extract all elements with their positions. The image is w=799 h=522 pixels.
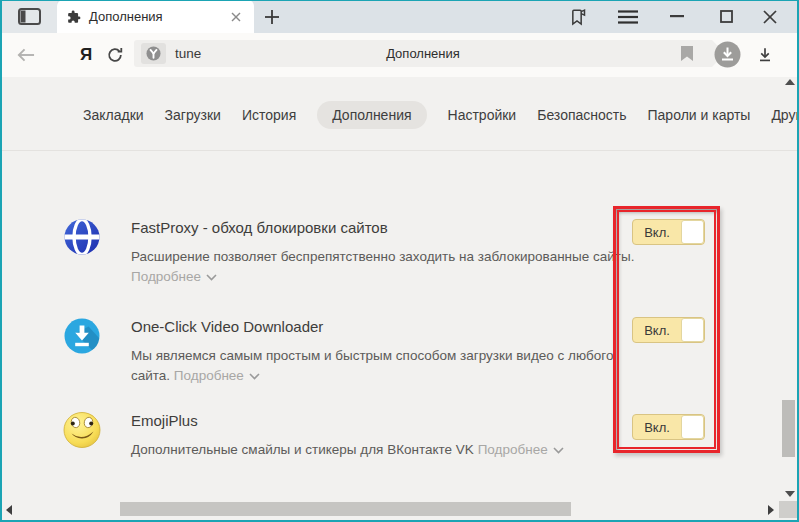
bookmark-icon[interactable]	[681, 46, 693, 65]
video-download-icon	[63, 317, 101, 355]
page-title: Дополнения	[134, 46, 712, 61]
settings-page: Закладки Загрузки История Дополнения Нас…	[0, 77, 799, 520]
close-icon	[763, 10, 777, 24]
settings-nav: Закладки Загрузки История Дополнения Нас…	[83, 100, 799, 130]
nav-tab-bookmarks[interactable]: Закладки	[83, 101, 144, 129]
nav-tab-other[interactable]: Други	[771, 101, 799, 129]
extension-description: Расширение позволяет беспрепятственно за…	[131, 247, 645, 287]
extension-name: One-Click Video Downloader	[131, 318, 645, 336]
tab-title: Дополнения	[89, 9, 228, 24]
more-link[interactable]: Подробнее	[478, 442, 564, 457]
minimize-icon	[670, 15, 684, 18]
plus-icon	[264, 9, 280, 25]
back-arrow-icon	[16, 47, 35, 63]
yandex-logo: Я	[80, 45, 92, 65]
vertical-scrollbar-thumb[interactable]	[782, 400, 795, 457]
new-tab-button[interactable]	[263, 8, 281, 26]
more-link[interactable]: Подробнее	[174, 368, 260, 383]
hamburger-icon	[618, 10, 638, 24]
download-button[interactable]	[753, 43, 777, 67]
download-circle-icon	[714, 41, 741, 68]
scrollbar-corner	[779, 501, 797, 518]
extension-description: Мы являемся самым простым и быстрым спос…	[131, 346, 645, 386]
close-icon	[231, 12, 241, 22]
sidebar-toggle-button[interactable]	[1, 0, 57, 33]
browser-tab-active[interactable]: Дополнения	[57, 0, 254, 33]
nav-tab-passwords[interactable]: Пароли и карты	[648, 101, 751, 129]
scroll-right-arrow[interactable]	[768, 505, 774, 515]
refresh-icon	[106, 46, 124, 64]
maximize-button[interactable]	[711, 0, 741, 33]
collections-button[interactable]	[562, 0, 592, 33]
minimize-button[interactable]	[662, 0, 692, 33]
highlight-annotation-inner	[617, 210, 716, 449]
tab-strip: Дополнения	[0, 0, 799, 33]
nav-tab-addons[interactable]: Дополнения	[317, 101, 426, 129]
extension-row-emojiplus: EmojiPlus Дополнительные смайлы и стикер…	[63, 411, 645, 460]
toolbar: Я tune Дополнения	[0, 33, 799, 77]
more-link[interactable]: Подробнее	[131, 269, 217, 284]
nav-tab-security[interactable]: Безопасность	[537, 101, 626, 129]
extension-name: EmojiPlus	[131, 412, 645, 430]
puzzle-icon	[67, 10, 81, 24]
extension-row-oneclick: One-Click Video Downloader Мы являемся с…	[63, 317, 645, 386]
scroll-down-arrow[interactable]	[785, 491, 795, 497]
downloads-badge-button[interactable]	[714, 41, 741, 68]
yandex-home-button[interactable]: Я	[76, 44, 96, 66]
browser-window: Дополнения Я	[0, 0, 799, 522]
smiley-icon	[63, 411, 101, 449]
scroll-up-arrow[interactable]	[785, 79, 795, 85]
refresh-button[interactable]	[104, 44, 126, 66]
extension-description: Дополнительные смайлы и стикеры для ВКон…	[131, 440, 645, 460]
chevron-down-icon	[206, 274, 217, 281]
nav-tab-history[interactable]: История	[242, 101, 296, 129]
extension-row-fastproxy: FastProxy - обход блокировки сайтов Расш…	[63, 218, 645, 287]
extension-name: FastProxy - обход блокировки сайтов	[131, 219, 645, 237]
address-bar[interactable]: tune Дополнения	[134, 40, 725, 67]
maximize-icon	[720, 10, 733, 23]
scroll-left-arrow[interactable]	[6, 505, 12, 515]
globe-proxy-icon	[63, 218, 101, 256]
close-window-button[interactable]	[755, 0, 785, 33]
chevron-down-icon	[553, 447, 564, 454]
sidebar-icon	[18, 8, 41, 25]
back-button[interactable]	[14, 45, 36, 65]
nav-tab-downloads[interactable]: Загрузки	[165, 101, 221, 129]
download-icon	[755, 45, 775, 65]
nav-tab-settings[interactable]: Настройки	[448, 101, 517, 129]
menu-button[interactable]	[613, 0, 643, 33]
bookmark-flag-icon	[567, 7, 587, 27]
highlight-annotation	[613, 206, 720, 453]
tab-close-button[interactable]	[228, 9, 244, 25]
nav-divider	[0, 150, 799, 151]
horizontal-scrollbar-thumb[interactable]	[120, 502, 571, 516]
chevron-down-icon	[249, 373, 260, 380]
